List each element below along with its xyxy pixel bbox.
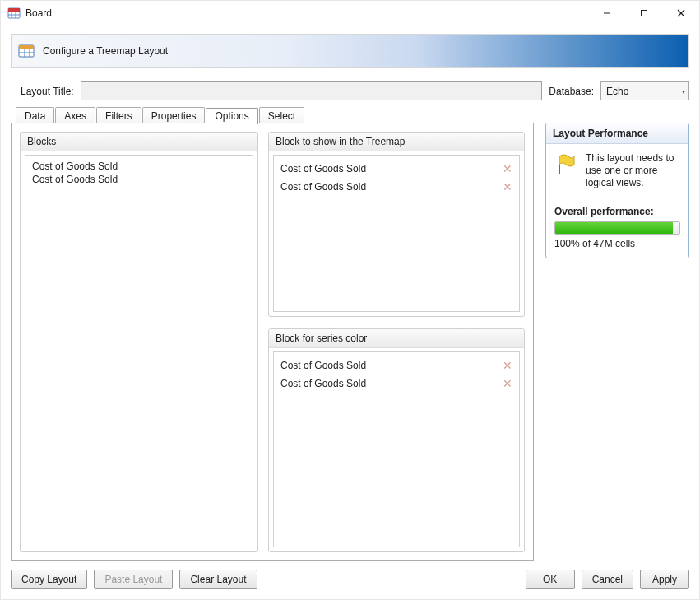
main-area: Blocks Cost of Goods Sold Cost of Goods … [11, 123, 689, 561]
performance-header: Layout Performance [546, 123, 688, 144]
footer: Copy Layout Paste Layout Clear Layout OK… [1, 561, 699, 599]
close-button[interactable] [662, 1, 699, 26]
maximize-button[interactable] [625, 1, 662, 26]
series-color-group: Block for series color Cost of Goods Sol… [268, 328, 525, 552]
delete-icon[interactable]: ✕ [501, 162, 514, 175]
series-color-list[interactable]: Cost of Goods Sold ✕ Cost of Goods Sold … [273, 351, 520, 547]
treemap-block-header: Block to show in the Treemap [269, 133, 524, 151]
tab-options[interactable]: Options [206, 108, 257, 124]
performance-progress [554, 221, 680, 235]
database-label: Database: [549, 86, 594, 97]
svg-rect-1 [8, 8, 20, 12]
paste-layout-button[interactable]: Paste Layout [94, 570, 173, 589]
clear-layout-button[interactable]: Clear Layout [179, 570, 257, 589]
tab-select[interactable]: Select [259, 107, 304, 123]
app-icon [7, 7, 21, 20]
performance-warning-text: This layout needs to use one or more log… [586, 152, 680, 189]
list-item[interactable]: Cost of Goods Sold ✕ [274, 356, 519, 374]
list-item[interactable]: Cost of Goods Sold ✕ [274, 160, 519, 178]
blocks-group-header: Blocks [21, 133, 257, 151]
copy-layout-button[interactable]: Copy Layout [11, 570, 87, 589]
ok-button[interactable]: OK [526, 570, 575, 589]
blocks-column: Blocks Cost of Goods Sold Cost of Goods … [20, 132, 258, 552]
apply-button[interactable]: Apply [640, 570, 689, 589]
performance-progress-bar [555, 222, 673, 234]
layout-title-label: Layout Title: [21, 86, 74, 97]
list-item[interactable]: Cost of Goods Sold ✕ [274, 374, 519, 393]
window-buttons [588, 1, 699, 26]
performance-warning: This layout needs to use one or more log… [554, 152, 680, 189]
database-combo-value: Echo [606, 86, 628, 97]
tab-filters[interactable]: Filters [96, 107, 141, 123]
right-column: Block to show in the Treemap Cost of Goo… [268, 132, 525, 552]
svg-rect-10 [19, 45, 34, 49]
content-panel: Blocks Cost of Goods Sold Cost of Goods … [11, 123, 534, 561]
list-item[interactable]: Cost of Goods Sold [32, 173, 246, 186]
side-panel: Layout Performance This layout needs to … [545, 123, 689, 561]
list-item-label: Cost of Goods Sold [280, 163, 501, 174]
minimize-button[interactable] [588, 1, 625, 26]
flag-icon [554, 152, 577, 189]
delete-icon[interactable]: ✕ [501, 377, 514, 390]
list-item[interactable]: Cost of Goods Sold ✕ [274, 178, 519, 196]
titlebar: Board [1, 1, 699, 26]
database-combo[interactable]: Echo ▾ [600, 81, 689, 100]
layout-title-input[interactable] [81, 81, 543, 100]
window: Board Configure a Treemap Layout [0, 0, 700, 600]
list-item[interactable]: Cost of Goods Sold [32, 160, 246, 173]
overall-performance-label: Overall performance: [554, 206, 680, 217]
blocks-group: Blocks Cost of Goods Sold Cost of Goods … [20, 132, 258, 552]
treemap-block-group: Block to show in the Treemap Cost of Goo… [268, 132, 525, 317]
series-color-header: Block for series color [269, 329, 524, 348]
chevron-down-icon: ▾ [682, 87, 685, 95]
banner: Configure a Treemap Layout [11, 34, 689, 68]
overall-performance-text: 100% of 47M cells [554, 238, 680, 249]
banner-text: Configure a Treemap Layout [43, 45, 168, 57]
cancel-button[interactable]: Cancel [582, 570, 633, 589]
list-item-label: Cost of Goods Sold [280, 378, 501, 389]
svg-rect-6 [641, 11, 647, 16]
tabstrip: Data Axes Filters Properties Options Sel… [16, 107, 535, 123]
tab-data[interactable]: Data [16, 107, 54, 123]
treemap-icon [18, 43, 35, 59]
list-item-label: Cost of Goods Sold [280, 360, 501, 371]
blocks-list[interactable]: Cost of Goods Sold Cost of Goods Sold [25, 155, 253, 547]
list-item-label: Cost of Goods Sold [280, 181, 501, 193]
performance-panel: Layout Performance This layout needs to … [545, 123, 689, 258]
tab-properties[interactable]: Properties [142, 107, 206, 123]
treemap-block-list[interactable]: Cost of Goods Sold ✕ Cost of Goods Sold … [273, 155, 520, 312]
delete-icon[interactable]: ✕ [501, 180, 514, 193]
delete-icon[interactable]: ✕ [501, 359, 514, 372]
window-title: Board [25, 7, 588, 19]
tab-axes[interactable]: Axes [55, 107, 95, 123]
performance-body: This layout needs to use one or more log… [546, 144, 688, 249]
top-row: Layout Title: Database: Echo ▾ [21, 81, 689, 100]
